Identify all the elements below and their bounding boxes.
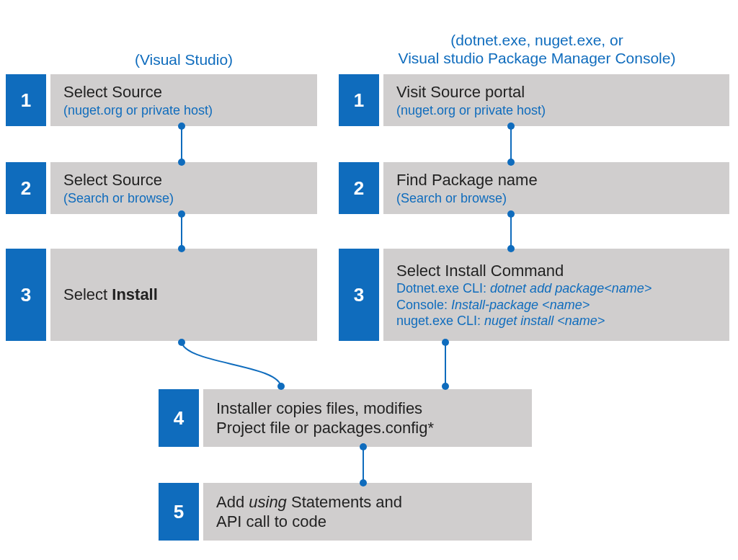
step-num-l2: 2 <box>6 162 46 214</box>
step-sub: (nuget.org or private host) <box>63 102 304 119</box>
step-box-r3: Select Install Command Dotnet.exe CLI: d… <box>383 249 729 341</box>
connector <box>510 126 512 162</box>
step-title: Installer copies files, modifies Project… <box>216 399 519 438</box>
svg-point-2 <box>442 339 449 346</box>
connector <box>181 214 182 249</box>
step-sub: (nuget.org or private host) <box>396 102 716 119</box>
step-num-r1: 1 <box>339 74 379 126</box>
step-num-r3: 3 <box>339 249 379 341</box>
step-title: Select Install Command <box>396 261 716 281</box>
step-box-4: Installer copies files, modifies Project… <box>203 389 532 447</box>
step-box-l1: Select Source (nuget.org or private host… <box>50 74 317 126</box>
heading-left: (Visual Studio) <box>50 50 317 68</box>
step-title: Find Package name <box>396 170 716 190</box>
step-num-r2: 2 <box>339 162 379 214</box>
step-num-l3: 3 <box>6 249 46 341</box>
step-num-l1: 1 <box>6 74 46 126</box>
step-title: Select Source <box>63 170 304 190</box>
merge-connector <box>0 339 738 396</box>
step-box-l2: Select Source (Search or browse) <box>50 162 317 214</box>
step-num-4: 4 <box>159 389 199 447</box>
svg-point-0 <box>178 339 185 346</box>
step-num-5: 5 <box>159 483 199 541</box>
step-sub: (Search or browse) <box>396 190 716 207</box>
connector <box>510 214 512 249</box>
svg-point-1 <box>277 383 285 390</box>
step-box-5: Add using Statements andAPI call to code <box>203 483 532 541</box>
svg-point-3 <box>442 383 449 390</box>
connector <box>181 126 182 162</box>
connector <box>363 447 364 483</box>
step-title: Visit Source portal <box>396 82 716 102</box>
step-title: Select Source <box>63 82 304 102</box>
step-cmd-line: Console: Install-package <name> <box>396 297 716 314</box>
heading-right: (dotnet.exe, nuget.exe, or Visual studio… <box>339 31 735 67</box>
step-box-l3: Select Install <box>50 249 317 341</box>
step-title: Select Install <box>63 285 304 305</box>
step-cmd-line: Dotnet.exe CLI: dotnet add package<name> <box>396 280 716 297</box>
step-title: Add using Statements andAPI call to code <box>216 492 519 532</box>
step-box-r1: Visit Source portal (nuget.org or privat… <box>383 74 729 126</box>
step-cmd-line: nuget.exe CLI: nuget install <name> <box>396 313 716 329</box>
step-sub: (Search or browse) <box>63 190 304 207</box>
step-box-r2: Find Package name (Search or browse) <box>383 162 729 214</box>
